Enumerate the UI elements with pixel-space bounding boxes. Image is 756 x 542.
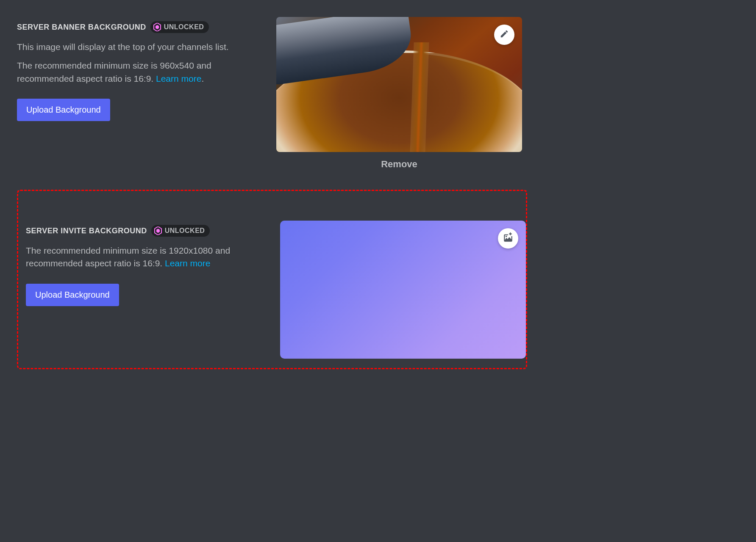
invite-upload-button[interactable]: Upload Background: [26, 284, 119, 306]
banner-description-1: This image will display at the top of yo…: [17, 41, 263, 53]
banner-preview-image: [276, 17, 522, 152]
invite-heading: SERVER INVITE BACKGROUND: [26, 227, 147, 235]
boost-gem-icon: [153, 23, 161, 31]
banner-section: SERVER BANNER BACKGROUND UNLOCKED This i…: [17, 17, 527, 170]
banner-remove-link[interactable]: Remove: [381, 159, 417, 170]
banner-learn-more-link[interactable]: Learn more: [156, 74, 201, 83]
banner-description-2: The recommended minimum size is 960x540 …: [17, 59, 263, 85]
invite-learn-more-link[interactable]: Learn more: [165, 258, 210, 268]
add-image-icon: [503, 232, 514, 245]
invite-unlocked-text: UNLOCKED: [165, 227, 205, 235]
invite-heading-row: SERVER INVITE BACKGROUND UNLOCKED: [26, 225, 272, 237]
invite-highlight-box: SERVER INVITE BACKGROUND UNLOCKED The re…: [17, 190, 527, 369]
svg-point-0: [506, 236, 507, 237]
pencil-icon: [500, 29, 509, 40]
banner-unlocked-badge: UNLOCKED: [150, 21, 209, 33]
banner-heading: SERVER BANNER BACKGROUND: [17, 23, 146, 32]
banner-desc2-post: .: [201, 74, 204, 83]
banner-left-column: SERVER BANNER BACKGROUND UNLOCKED This i…: [17, 17, 263, 121]
banner-heading-row: SERVER BANNER BACKGROUND UNLOCKED: [17, 21, 263, 33]
invite-unlocked-badge: UNLOCKED: [151, 225, 210, 237]
invite-right-column: [280, 221, 526, 359]
banner-unlocked-text: UNLOCKED: [164, 23, 204, 31]
banner-upload-button[interactable]: Upload Background: [17, 99, 110, 121]
boost-gem-icon: [154, 227, 162, 235]
invite-description: The recommended minimum size is 1920x108…: [26, 244, 272, 270]
invite-section: SERVER INVITE BACKGROUND UNLOCKED The re…: [26, 221, 518, 359]
invite-preview-placeholder[interactable]: [280, 221, 526, 359]
banner-right-column: Remove: [271, 17, 527, 170]
banner-edit-button[interactable]: [494, 25, 514, 45]
invite-add-image-button[interactable]: [498, 228, 518, 249]
invite-left-column: SERVER INVITE BACKGROUND UNLOCKED The re…: [26, 221, 272, 306]
